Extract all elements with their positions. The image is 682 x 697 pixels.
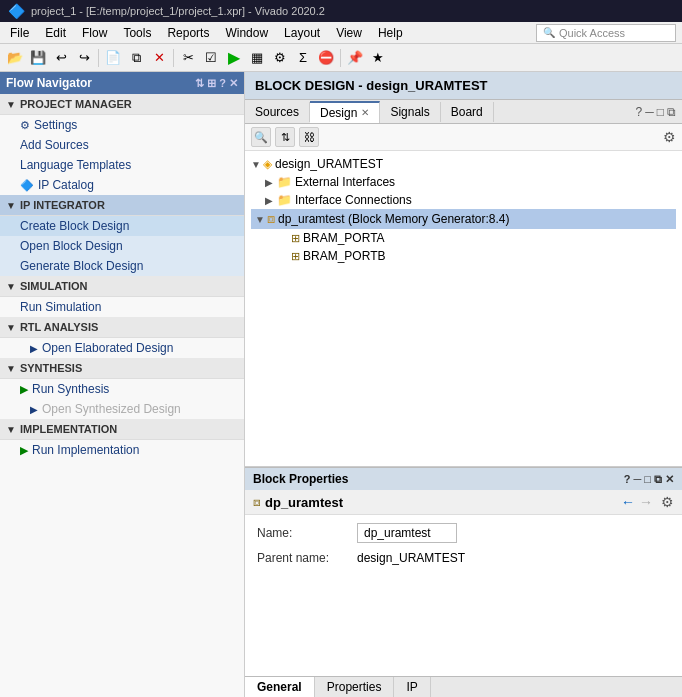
nav-run-impl[interactable]: ▶ Run Implementation (0, 440, 244, 460)
tab-minimize-icon[interactable]: ─ (645, 105, 654, 119)
sum-button[interactable]: Σ (292, 47, 314, 69)
search-icon: 🔍 (543, 27, 555, 38)
run-impl-label: Run Implementation (32, 443, 139, 457)
copy-button[interactable]: ⧉ (125, 47, 147, 69)
open-button[interactable]: 📂 (4, 47, 26, 69)
tree-bram-porta[interactable]: ⊞ BRAM_PORTA (251, 229, 676, 247)
tree-interface-connections[interactable]: ▶ 📁 Interface Connections (251, 191, 676, 209)
settings-button[interactable]: ⚙ (269, 47, 291, 69)
tab-signals[interactable]: Signals (380, 102, 440, 122)
impl-items: ▶ Run Implementation (0, 440, 244, 460)
root-toggle[interactable]: ▼ (251, 159, 263, 170)
new-button[interactable]: 📄 (102, 47, 124, 69)
synth-label: SYNTHESIS (20, 362, 82, 374)
props-help-icon[interactable]: ? (624, 473, 631, 485)
ip-catalog-label: IP Catalog (38, 178, 94, 192)
section-simulation[interactable]: ▼ SIMULATION (0, 276, 244, 297)
rtl-items: ▶ Open Elaborated Design (0, 338, 244, 358)
nav-close-icon[interactable]: ✕ (229, 77, 238, 90)
pm-items: ⚙ Settings Add Sources Language Template… (0, 115, 244, 195)
props-minimize-icon[interactable]: ─ (634, 473, 642, 485)
open-block-label: Open Block Design (20, 239, 123, 253)
filter-button[interactable]: ⇅ (275, 127, 295, 147)
nav-open-block[interactable]: Open Block Design (0, 236, 244, 256)
props-expand-icon[interactable]: ⧉ (654, 473, 662, 486)
nav-expand-icon[interactable]: ⊞ (207, 77, 216, 90)
stop-button[interactable]: ⛔ (315, 47, 337, 69)
nav-create-block[interactable]: Create Block Design (0, 216, 244, 236)
props-back-icon[interactable]: ← (621, 494, 635, 510)
tab-help-icon[interactable]: ? (636, 105, 643, 119)
prop-name-input[interactable]: dp_uramtest (357, 523, 457, 543)
props-tab-ip[interactable]: IP (394, 677, 430, 697)
autoconnect-button[interactable]: ⛓ (299, 127, 319, 147)
ifc-toggle[interactable]: ▶ (265, 195, 277, 206)
nav-settings[interactable]: ⚙ Settings (0, 115, 244, 135)
synth-arrow: ▼ (6, 363, 16, 374)
props-tab-general[interactable]: General (245, 677, 315, 697)
synth-items: ▶ Run Synthesis ▶ Open Synthesized Desig… (0, 379, 244, 419)
pin-button[interactable]: 📌 (344, 47, 366, 69)
tab-restore-icon[interactable]: □ (657, 105, 664, 119)
nav-collapse-icon[interactable]: ⇅ (195, 77, 204, 90)
star-button[interactable]: ★ (367, 47, 389, 69)
tab-design-close[interactable]: ✕ (361, 107, 369, 118)
design-area: 🔍 ⇅ ⛓ ⚙ ▼ ◈ design_URAMTEST ▶ (245, 124, 682, 467)
props-component-name: dp_uramtest (265, 495, 621, 510)
props-forward-icon[interactable]: → (639, 494, 653, 510)
section-ip-integrator[interactable]: ▼ IP INTEGRATOR (0, 195, 244, 216)
menu-reports[interactable]: Reports (159, 24, 217, 42)
menu-flow[interactable]: Flow (74, 24, 115, 42)
porta-label: BRAM_PORTA (303, 231, 385, 245)
props-tab-properties[interactable]: Properties (315, 677, 395, 697)
design-settings-button[interactable]: ⚙ (663, 129, 676, 145)
props-gear-icon[interactable]: ⚙ (661, 494, 674, 510)
nav-open-synthesized[interactable]: ▶ Open Synthesized Design (0, 399, 244, 419)
menu-window[interactable]: Window (217, 24, 276, 42)
delete-button[interactable]: ✕ (148, 47, 170, 69)
undo-button[interactable]: ↩ (50, 47, 72, 69)
tab-expand-icon[interactable]: ⧉ (667, 105, 676, 119)
program-button[interactable]: ▦ (246, 47, 268, 69)
run-sim-label: Run Simulation (20, 300, 101, 314)
block-properties: Block Properties ? ─ □ ⧉ ✕ ⧈ dp_uramtest… (245, 467, 682, 697)
menu-help[interactable]: Help (370, 24, 411, 42)
dp-toggle[interactable]: ▼ (255, 214, 267, 225)
nav-generate-block[interactable]: Generate Block Design (0, 256, 244, 276)
quick-access-box[interactable]: 🔍 Quick Access (536, 24, 676, 42)
menu-layout[interactable]: Layout (276, 24, 328, 42)
nav-add-sources[interactable]: Add Sources (0, 135, 244, 155)
menu-bar: File Edit Flow Tools Reports Window Layo… (0, 22, 682, 44)
search-design-button[interactable]: 🔍 (251, 127, 271, 147)
menu-edit[interactable]: Edit (37, 24, 74, 42)
tree-root[interactable]: ▼ ◈ design_URAMTEST (251, 155, 676, 173)
scissors-button[interactable]: ✂ (177, 47, 199, 69)
nav-help-icon[interactable]: ? (219, 77, 226, 90)
nav-language-templates[interactable]: Language Templates (0, 155, 244, 175)
menu-tools[interactable]: Tools (115, 24, 159, 42)
tab-board[interactable]: Board (441, 102, 494, 122)
section-implementation[interactable]: ▼ IMPLEMENTATION (0, 419, 244, 440)
section-rtl-analysis[interactable]: ▼ RTL ANALYSIS (0, 317, 244, 338)
tree-external-interfaces[interactable]: ▶ 📁 External Interfaces (251, 173, 676, 191)
nav-run-simulation[interactable]: Run Simulation (0, 297, 244, 317)
run-button[interactable]: ▶ (223, 47, 245, 69)
menu-file[interactable]: File (2, 24, 37, 42)
section-synthesis[interactable]: ▼ SYNTHESIS (0, 358, 244, 379)
redo-button[interactable]: ↪ (73, 47, 95, 69)
tree-dp-uramtest[interactable]: ▼ ⧈ dp_uramtest (Block Memory Generator:… (251, 209, 676, 229)
menu-view[interactable]: View (328, 24, 370, 42)
props-close-icon[interactable]: ✕ (665, 473, 674, 486)
nav-open-elaborated[interactable]: ▶ Open Elaborated Design (0, 338, 244, 358)
tab-design[interactable]: Design ✕ (310, 101, 380, 123)
tree-bram-portb[interactable]: ⊞ BRAM_PORTB (251, 247, 676, 265)
check-button[interactable]: ☑ (200, 47, 222, 69)
tab-sources[interactable]: Sources (245, 102, 310, 122)
nav-run-synthesis[interactable]: ▶ Run Synthesis (0, 379, 244, 399)
props-restore-icon[interactable]: □ (644, 473, 651, 485)
section-project-manager[interactable]: ▼ PROJECT MANAGER (0, 94, 244, 115)
nav-ip-catalog[interactable]: 🔷 IP Catalog (0, 175, 244, 195)
flow-nav-title: Flow Navigator (6, 76, 92, 90)
ext-toggle[interactable]: ▶ (265, 177, 277, 188)
save-button[interactable]: 💾 (27, 47, 49, 69)
